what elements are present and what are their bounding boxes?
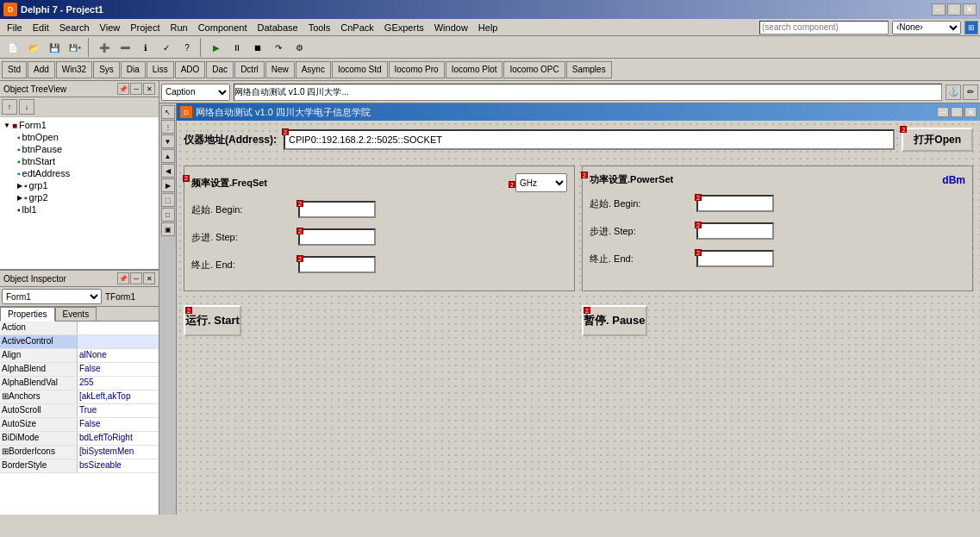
open-button[interactable]: 打开Open — [902, 128, 973, 152]
comp-tab-iocomo-opc[interactable]: Iocomo OPC — [503, 61, 565, 78]
comp-tab-win32[interactable]: Win32 — [56, 61, 92, 78]
comp-tab-async[interactable]: Async — [296, 61, 331, 78]
stop-button[interactable]: ⏹ — [248, 38, 267, 57]
tree-item-form1[interactable]: ▼ ■ Form1 — [2, 119, 157, 131]
tree-item-grp1[interactable]: ▶ ▪ grp1 — [16, 179, 157, 191]
tool-8[interactable]: □ — [161, 208, 175, 222]
close-button[interactable]: ✕ — [963, 3, 977, 16]
inner-max-button[interactable]: □ — [951, 107, 963, 117]
tree-item-btnopen[interactable]: ▪ btnOpen — [16, 131, 157, 143]
inspector-object-select[interactable]: Form1 — [2, 289, 102, 304]
prop-value[interactable]: [akLeft,akTop — [78, 390, 159, 403]
comp-tab-dac[interactable]: Dac — [206, 61, 234, 78]
tool-7[interactable]: ⬚ — [161, 193, 175, 207]
prop-value[interactable]: False — [78, 363, 159, 376]
tree-item-grp2[interactable]: ▶ ▪ grp2 — [16, 191, 157, 203]
inspector-pin-button[interactable]: 📌 — [117, 272, 129, 284]
treeview-close-button[interactable]: ✕ — [143, 83, 155, 95]
save-all-button[interactable]: 💾+ — [66, 38, 84, 57]
caption-property-select[interactable]: Caption — [161, 84, 230, 101]
comp-tab-iocomo-plot[interactable]: Iocomo Plot — [446, 61, 503, 78]
run-button[interactable]: ▶ — [207, 38, 226, 57]
pause-button[interactable]: 暂停. Pause — [582, 305, 647, 336]
question-button[interactable]: ? — [178, 38, 197, 57]
caption-anchor-button[interactable]: ⚓ — [946, 84, 961, 100]
minimize-button[interactable]: ─ — [932, 3, 946, 16]
comp-tab-dctrl[interactable]: Dctrl — [234, 61, 265, 78]
tree-view[interactable]: ▼ ■ Form1 ▪ btnOpen ▪ btnPause ▪ bt — [0, 117, 159, 269]
address-input[interactable] — [284, 129, 895, 150]
comp-tab-dia[interactable]: Dia — [121, 61, 146, 78]
inner-title-bar[interactable]: D 网络自动测试 v1.0 四川大学电子信息学院 ─ □ ✕ — [177, 103, 980, 121]
power-end-input[interactable] — [696, 250, 774, 267]
menu-file[interactable]: File — [2, 21, 28, 34]
freq-begin-input[interactable] — [298, 201, 376, 218]
freq-unit-select[interactable]: GHz MHz kHz — [515, 173, 567, 192]
freq-end-input[interactable] — [298, 256, 376, 273]
tree-up-button[interactable]: ↑ — [2, 99, 17, 115]
settings-button[interactable]: ⚙ — [290, 38, 309, 57]
menu-help[interactable]: Help — [473, 21, 503, 34]
menu-edit[interactable]: Edit — [28, 21, 54, 34]
menu-run[interactable]: Run — [165, 21, 192, 34]
comp-tab-iocomo-pro[interactable]: Iocomo Pro — [389, 61, 445, 78]
power-begin-input[interactable] — [696, 195, 774, 212]
menu-search[interactable]: Search — [54, 21, 95, 34]
tool-9[interactable]: ▣ — [161, 222, 175, 236]
tool-5[interactable]: ◀ — [161, 164, 175, 178]
prop-value[interactable]: [biSystemMen — [78, 446, 159, 459]
comp-tab-samples[interactable]: Samples — [566, 61, 612, 78]
open-button[interactable]: 📂 — [24, 38, 43, 57]
search-dropdown[interactable]: ‹None› — [892, 21, 961, 34]
prop-value[interactable]: False — [78, 418, 159, 431]
tree-item-btnpause[interactable]: ▪ btnPause — [16, 143, 157, 155]
prop-value[interactable]: 255 — [78, 377, 159, 390]
prop-value[interactable]: bsSizeable — [78, 459, 159, 472]
comp-tab-new[interactable]: New — [265, 61, 295, 78]
new-button[interactable]: 📄 — [3, 38, 22, 57]
comp-tab-add[interactable]: Add — [28, 61, 55, 78]
menu-project[interactable]: Project — [125, 21, 165, 34]
menu-database[interactable]: Database — [253, 21, 303, 34]
prop-value[interactable]: bdLeftToRight — [78, 432, 159, 445]
inner-close-button[interactable]: ✕ — [964, 107, 977, 117]
search-button[interactable]: ⊞ — [964, 21, 978, 34]
caption-value-input[interactable] — [234, 84, 942, 101]
caption-edit-button[interactable]: ✏ — [963, 84, 978, 100]
menu-gexperts[interactable]: GExperts — [379, 21, 429, 34]
tool-3[interactable]: ▼ — [161, 134, 175, 148]
inner-min-button[interactable]: ─ — [937, 107, 949, 117]
inspector-close-button[interactable]: ✕ — [143, 272, 155, 284]
prop-value[interactable] — [78, 322, 159, 334]
tree-item-lbl1[interactable]: ▪ lbl1 — [16, 203, 157, 215]
tool-4[interactable]: ▲ — [161, 149, 175, 163]
freq-step-input[interactable] — [298, 228, 376, 246]
menu-cnpack[interactable]: CnPack — [335, 21, 379, 34]
prop-value[interactable] — [78, 335, 159, 348]
power-step-input[interactable] — [696, 222, 774, 240]
start-button[interactable]: 运行. Start — [184, 305, 241, 336]
tree-down-button[interactable]: ↓ — [19, 99, 34, 115]
comp-tab-sys[interactable]: Sys — [93, 61, 120, 78]
inspector-tab-events[interactable]: Events — [55, 307, 97, 321]
tool-2[interactable]: ⋮ — [161, 120, 175, 134]
search-input[interactable] — [759, 21, 889, 34]
menu-view[interactable]: View — [95, 21, 126, 34]
tree-item-btnstart[interactable]: ▪ btnStart — [16, 155, 157, 167]
prop-value[interactable]: True — [78, 404, 159, 417]
tree-item-edtaddress[interactable]: ▪ edtAddress — [16, 167, 157, 179]
comp-tab-std[interactable]: Std — [2, 61, 27, 78]
menu-tools[interactable]: Tools — [303, 21, 336, 34]
maximize-button[interactable]: □ — [947, 3, 961, 16]
comp-tab-ado[interactable]: ADO — [175, 61, 206, 78]
inspector-min-button[interactable]: ─ — [130, 272, 142, 284]
comp-tab-iocomo-std[interactable]: Iocomo Std — [332, 61, 388, 78]
menu-component[interactable]: Component — [193, 21, 253, 34]
info-button[interactable]: ℹ — [136, 38, 155, 57]
step-button[interactable]: ↷ — [269, 38, 288, 57]
menu-window[interactable]: Window — [429, 21, 473, 34]
pause-button[interactable]: ⏸ — [228, 38, 247, 57]
save-button[interactable]: 💾 — [45, 38, 64, 57]
treeview-pin-button[interactable]: 📌 — [117, 83, 129, 95]
tool-6[interactable]: ▶ — [161, 178, 175, 192]
